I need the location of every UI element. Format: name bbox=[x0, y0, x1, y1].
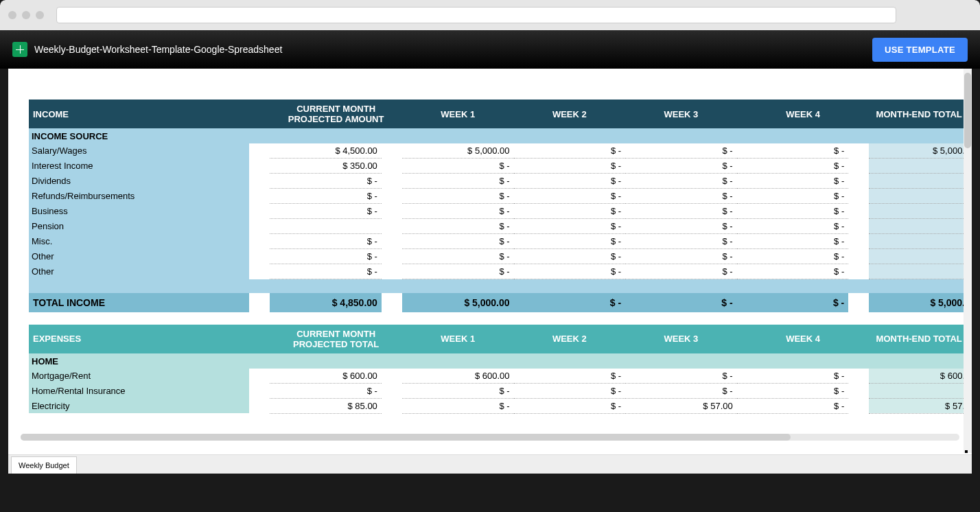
maximize-icon[interactable] bbox=[36, 11, 44, 19]
cell-week3[interactable]: $ - bbox=[625, 264, 737, 279]
cell-week2[interactable]: $ - bbox=[514, 383, 626, 398]
cell-projected[interactable]: $ 4,500.00 bbox=[270, 143, 382, 159]
cell-week2[interactable]: $ - bbox=[514, 189, 626, 204]
cell-month-end[interactable] bbox=[869, 174, 969, 189]
scrollbar-thumb[interactable] bbox=[21, 434, 791, 441]
cell-week4[interactable]: $ - bbox=[737, 398, 849, 413]
cell-week1[interactable]: $ - bbox=[402, 398, 514, 413]
cell-week2[interactable]: $ - bbox=[514, 398, 626, 413]
cell-week2[interactable]: $ - bbox=[514, 174, 626, 189]
cell-projected[interactable]: $ 350.00 bbox=[270, 159, 382, 174]
cell-projected[interactable]: $ 85.00 bbox=[270, 398, 382, 413]
cell-week1[interactable]: $ - bbox=[402, 189, 514, 204]
cell-week3[interactable]: $ - bbox=[625, 174, 737, 189]
cell-week2[interactable]: $ - bbox=[514, 204, 626, 219]
cell-week3[interactable]: $ - bbox=[625, 189, 737, 204]
table-row: Home/Rental Insurance $ - $ - $ - $ - $ … bbox=[29, 383, 969, 398]
cell-projected[interactable] bbox=[270, 219, 382, 234]
cell-week1[interactable]: $ - bbox=[402, 174, 514, 189]
cell-month-end[interactable]: $ 600. bbox=[869, 369, 969, 384]
cell-week3[interactable]: $ - bbox=[625, 219, 737, 234]
col-week4: WEEK 4 bbox=[737, 100, 870, 128]
cell-week3[interactable]: $ - bbox=[625, 143, 737, 159]
scrollbar-thumb[interactable] bbox=[964, 73, 971, 148]
cell-week2[interactable]: $ - bbox=[514, 234, 626, 249]
table-row: Business $ - $ - $ - $ - $ - bbox=[29, 204, 969, 219]
google-sheets-icon bbox=[12, 42, 27, 57]
spreadsheet-canvas[interactable]: INCOME CURRENT MONTH PROJECTED AMOUNT WE… bbox=[8, 69, 972, 453]
cell-week4[interactable]: $ - bbox=[737, 159, 849, 174]
cell-week3[interactable]: $ - bbox=[625, 249, 737, 264]
cell-week3[interactable]: $ 57.00 bbox=[625, 398, 737, 413]
cell-week4[interactable]: $ - bbox=[737, 219, 849, 234]
cell-week4[interactable]: $ - bbox=[737, 143, 849, 159]
sheet-tab-weekly-budget[interactable]: Weekly Budget bbox=[11, 456, 77, 474]
cell-projected[interactable]: $ 600.00 bbox=[270, 369, 382, 384]
cell-week4[interactable]: $ - bbox=[737, 189, 849, 204]
cell-week3[interactable]: $ - bbox=[625, 383, 737, 398]
address-bar[interactable] bbox=[56, 7, 896, 23]
cell-month-end[interactable] bbox=[869, 189, 969, 204]
minimize-icon[interactable] bbox=[22, 11, 30, 19]
cell-projected[interactable]: $ - bbox=[270, 234, 382, 249]
col-projected-amount: CURRENT MONTH PROJECTED AMOUNT bbox=[270, 100, 402, 128]
spreadsheet-viewport: INCOME CURRENT MONTH PROJECTED AMOUNT WE… bbox=[8, 69, 972, 474]
row-label: Other bbox=[29, 264, 249, 279]
row-label: Pension bbox=[29, 219, 249, 234]
cell-month-end[interactable] bbox=[869, 249, 969, 264]
cell-month-end[interactable]: $ 57. bbox=[869, 398, 969, 413]
table-row: Mortgage/Rent $ 600.00 $ 600.00 $ - $ - … bbox=[29, 369, 969, 384]
cell-projected[interactable]: $ - bbox=[270, 189, 382, 204]
cell-week3[interactable]: $ - bbox=[625, 204, 737, 219]
cell-week2[interactable]: $ - bbox=[514, 143, 626, 159]
cell-week1[interactable]: $ - bbox=[402, 383, 514, 398]
close-icon[interactable] bbox=[8, 11, 16, 19]
vertical-scrollbar[interactable] bbox=[964, 69, 972, 453]
resize-handle-icon[interactable] bbox=[965, 450, 968, 453]
cell-projected[interactable]: $ - bbox=[270, 383, 382, 398]
cell-week3[interactable]: $ - bbox=[625, 369, 737, 384]
cell-week4[interactable]: $ - bbox=[737, 249, 849, 264]
cell-week2[interactable]: $ - bbox=[514, 159, 626, 174]
use-template-button[interactable]: USE TEMPLATE bbox=[872, 38, 968, 62]
cell-week1[interactable]: $ - bbox=[402, 204, 514, 219]
cell-month-end[interactable] bbox=[869, 234, 969, 249]
cell-week2[interactable]: $ - bbox=[514, 249, 626, 264]
cell-week1[interactable]: $ - bbox=[402, 249, 514, 264]
income-header-label: INCOME bbox=[29, 100, 270, 128]
cell-projected[interactable]: $ - bbox=[270, 204, 382, 219]
cell-week1[interactable]: $ - bbox=[402, 219, 514, 234]
cell-month-end[interactable] bbox=[869, 264, 969, 279]
cell-week3[interactable]: $ - bbox=[625, 159, 737, 174]
cell-week4[interactable]: $ - bbox=[737, 383, 849, 398]
cell-week4[interactable]: $ - bbox=[737, 264, 849, 279]
cell-week1[interactable]: $ - bbox=[402, 159, 514, 174]
cell-week4[interactable]: $ - bbox=[737, 204, 849, 219]
cell-month-end[interactable] bbox=[869, 159, 969, 174]
cell-week4[interactable]: $ - bbox=[737, 234, 849, 249]
income-source-subhead: INCOME SOURCE bbox=[29, 128, 969, 143]
cell-projected[interactable]: $ - bbox=[270, 249, 382, 264]
row-label: Interest Income bbox=[29, 159, 249, 174]
row-label: Other bbox=[29, 249, 249, 264]
cell-week2[interactable]: $ - bbox=[514, 369, 626, 384]
horizontal-scrollbar[interactable] bbox=[21, 434, 959, 441]
cell-week1[interactable]: $ - bbox=[402, 264, 514, 279]
cell-week1[interactable]: $ - bbox=[402, 234, 514, 249]
total-income-label: TOTAL INCOME bbox=[29, 293, 249, 312]
cell-week2[interactable]: $ - bbox=[514, 264, 626, 279]
cell-week4[interactable]: $ - bbox=[737, 174, 849, 189]
cell-month-end[interactable]: $ 5,000. bbox=[869, 143, 969, 159]
total-week4: $ - bbox=[737, 293, 849, 312]
cell-week3[interactable]: $ - bbox=[625, 234, 737, 249]
cell-week1[interactable]: $ 5,000.00 bbox=[402, 143, 514, 159]
cell-projected[interactable]: $ - bbox=[270, 174, 382, 189]
cell-month-end[interactable] bbox=[869, 204, 969, 219]
cell-week1[interactable]: $ 600.00 bbox=[402, 369, 514, 384]
cell-month-end[interactable] bbox=[869, 383, 969, 398]
cell-week2[interactable]: $ - bbox=[514, 219, 626, 234]
browser-chrome bbox=[0, 0, 980, 30]
cell-week4[interactable]: $ - bbox=[737, 369, 849, 384]
cell-projected[interactable]: $ - bbox=[270, 264, 382, 279]
cell-month-end[interactable] bbox=[869, 219, 969, 234]
